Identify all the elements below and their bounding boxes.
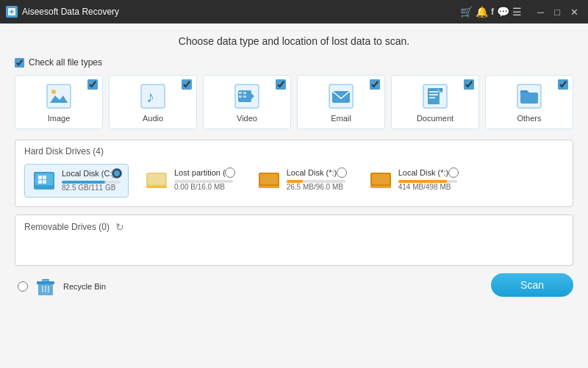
- recycle-bin-icon: [35, 276, 56, 297]
- hdd-section: Hard Disk Drives (4): [15, 140, 573, 207]
- file-type-others[interactable]: Others: [485, 75, 573, 129]
- email-checkbox[interactable]: [370, 79, 380, 90]
- file-type-document[interactable]: Document: [391, 75, 479, 129]
- svg-rect-25: [43, 176, 46, 179]
- svg-rect-26: [38, 180, 42, 184]
- page-title: Choose data type and location of lost da…: [15, 35, 573, 47]
- titlebar-left: Aiseesoft Data Recovery: [6, 6, 119, 18]
- cart-icon[interactable]: 🛒: [460, 6, 473, 18]
- drive-d-icon: [257, 168, 281, 192]
- removable-section: Removable Drives (0) ↻: [15, 214, 573, 266]
- others-checkbox[interactable]: [558, 79, 568, 90]
- drive-c-size: 82.5 GB/111 GB: [62, 184, 121, 192]
- svg-rect-27: [43, 180, 46, 184]
- titlebar: Aiseesoft Data Recovery 🛒 🔔 f 💬 ☰ ─ □ ✕: [0, 0, 588, 24]
- audio-label: Audio: [143, 114, 163, 123]
- chat-icon[interactable]: 💬: [497, 6, 509, 18]
- recycle-bin-row: Recycle Bin: [18, 276, 106, 297]
- svg-rect-9: [243, 92, 246, 94]
- close-button[interactable]: ✕: [567, 6, 582, 18]
- drive-e-icon: [369, 168, 392, 192]
- svg-rect-1: [47, 84, 71, 108]
- file-type-image[interactable]: Image: [15, 75, 103, 129]
- maximize-button[interactable]: □: [551, 6, 564, 18]
- svg-rect-8: [239, 92, 242, 94]
- svg-rect-32: [260, 174, 278, 184]
- svg-rect-36: [370, 186, 391, 188]
- svg-rect-17: [429, 94, 438, 95]
- document-checkbox[interactable]: [464, 79, 474, 90]
- svg-rect-40: [42, 280, 49, 281]
- svg-point-2: [51, 90, 56, 94]
- minimize-button[interactable]: ─: [534, 6, 548, 18]
- svg-rect-15: [428, 88, 440, 104]
- drive-lost[interactable]: Lost partition (*:) 0.00 B/16.0 MB: [137, 164, 241, 198]
- bell-icon[interactable]: 🔔: [476, 6, 488, 18]
- email-icon: [326, 82, 356, 111]
- svg-rect-11: [243, 95, 246, 98]
- svg-rect-24: [38, 176, 42, 179]
- svg-rect-16: [429, 91, 438, 93]
- check-all-checkbox[interactable]: [15, 58, 24, 68]
- video-label: Video: [237, 114, 257, 123]
- main-content: Choose data type and location of lost da…: [0, 24, 588, 368]
- svg-rect-18: [429, 97, 435, 98]
- app-title: Aiseesoft Data Recovery: [22, 7, 119, 17]
- drive-lost-icon: [145, 168, 168, 192]
- recycle-bin-radio[interactable]: [18, 281, 28, 292]
- email-label: Email: [331, 114, 351, 123]
- document-label: Document: [417, 114, 453, 123]
- removable-section-title: Removable Drives (0) ↻: [24, 221, 564, 233]
- audio-icon: ♪: [138, 82, 168, 111]
- others-label: Others: [517, 114, 541, 123]
- svg-rect-29: [148, 174, 165, 184]
- check-all-row: Check all file types: [15, 57, 573, 68]
- menu-icon[interactable]: ☰: [512, 6, 522, 18]
- svg-text:♪: ♪: [146, 87, 154, 106]
- drive-lost-radio[interactable]: [225, 167, 235, 178]
- image-checkbox[interactable]: [87, 79, 98, 90]
- facebook-icon[interactable]: f: [491, 7, 494, 17]
- drive-e-size: 414 MB/498 MB: [398, 183, 457, 191]
- drive-e[interactable]: Local Disk (*:) 414 MB/498 MB: [362, 164, 465, 198]
- svg-rect-33: [259, 186, 279, 188]
- check-all-label: Check all file types: [29, 57, 102, 68]
- recycle-bin-label: Recycle Bin: [63, 282, 106, 291]
- video-icon: [232, 82, 262, 111]
- drive-d-radio[interactable]: [337, 167, 347, 178]
- app-icon: [6, 6, 18, 18]
- drive-c-radio[interactable]: [112, 168, 122, 178]
- image-icon: [44, 82, 74, 111]
- image-label: Image: [48, 114, 71, 123]
- svg-rect-10: [239, 95, 242, 98]
- file-type-audio[interactable]: ♪ Audio: [109, 75, 197, 129]
- video-checkbox[interactable]: [276, 79, 286, 90]
- bottom-row: Recycle Bin Scan: [15, 273, 573, 297]
- drives-list: Local Disk (C:) 82.5 GB/111 GB: [24, 164, 564, 198]
- drive-e-radio[interactable]: [448, 167, 459, 178]
- svg-rect-30: [146, 186, 167, 188]
- scan-button[interactable]: Scan: [491, 273, 573, 297]
- titlebar-right: 🛒 🔔 f 💬 ☰ ─ □ ✕: [460, 6, 582, 18]
- others-icon: [514, 82, 544, 111]
- drive-lost-size: 0.00 B/16.0 MB: [174, 183, 234, 191]
- drive-d[interactable]: Local Disk (*:) 26.5 MB/96.0 MB: [250, 164, 353, 198]
- file-type-video[interactable]: Video: [203, 75, 291, 129]
- audio-checkbox[interactable]: [182, 79, 192, 90]
- file-types-row: Image ♪ Audio: [15, 75, 573, 129]
- hdd-section-title: Hard Disk Drives (4): [24, 146, 564, 156]
- file-type-email[interactable]: Email: [297, 75, 385, 129]
- refresh-icon[interactable]: ↻: [115, 221, 124, 233]
- drive-d-size: 26.5 MB/96.0 MB: [287, 183, 345, 191]
- drive-c-icon: [32, 169, 56, 192]
- document-icon: [420, 82, 450, 111]
- svg-rect-35: [372, 174, 390, 184]
- drive-c[interactable]: Local Disk (C:) 82.5 GB/111 GB: [24, 164, 129, 198]
